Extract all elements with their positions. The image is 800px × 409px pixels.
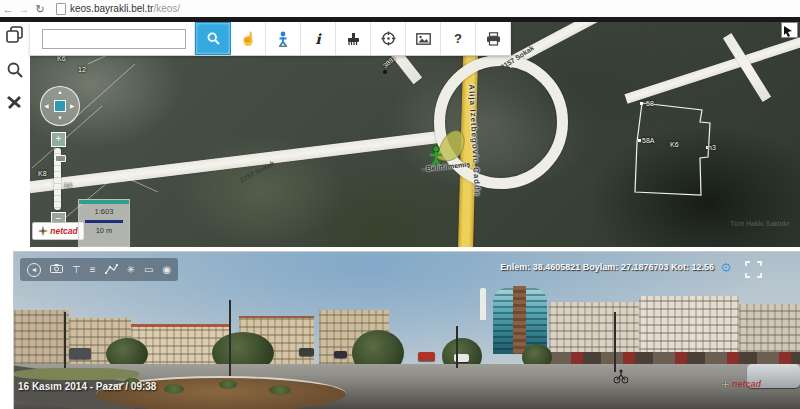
scale-bar [85, 220, 123, 223]
url-path: /keos/ [153, 3, 180, 14]
url-field[interactable]: keos.bayrakli.bel.tr/keos/ [56, 3, 180, 15]
building-outline-group [635, 102, 710, 195]
map-pan-control[interactable]: ▲ ▼ ◀ ▶ [40, 86, 80, 126]
building-label: 58 [646, 100, 654, 107]
pano-date-label: 16 Kasım 2014 - Pazar / 09:38 [18, 381, 156, 392]
pano-netcad-watermark: netcad [721, 379, 761, 389]
zoom-knob[interactable] [55, 155, 66, 162]
pano-coordinates: Enlem: 38.4605821 Boylam: 27.1876703 Kot… [14, 262, 714, 272]
point-marker [383, 70, 387, 74]
browser-address-bar: ← → ↻ keos.bayrakli.bel.tr/keos/ [0, 0, 800, 18]
search-icon [206, 31, 221, 46]
brush-icon [346, 32, 361, 46]
print-button[interactable] [476, 22, 511, 55]
map-watermark: Tüm Hakkı Saklıdır [730, 220, 790, 227]
page-icon [56, 3, 66, 15]
hand-icon: ☝ [240, 31, 256, 46]
map-toolbar: ☝ i ? [30, 22, 511, 56]
pan-left-icon[interactable]: ◀ [44, 102, 49, 109]
pan-up-icon[interactable]: ▲ [57, 89, 63, 95]
url-host: keos.bayrakli.bel.tr [70, 3, 153, 14]
building-label: 58A [642, 137, 654, 144]
gear-icon[interactable]: ⚙ [720, 260, 732, 275]
vehicle-red-car [418, 352, 435, 361]
pano-green-verge [14, 368, 139, 380]
printer-icon [486, 32, 501, 46]
scale-ratio: 1:603 [79, 207, 129, 216]
pano-minaret [480, 288, 486, 320]
left-sidebar [0, 22, 30, 247]
parcel-label: K6 [57, 55, 66, 62]
info-button[interactable]: i [301, 22, 336, 55]
hand-tool-button[interactable]: ☝ [231, 22, 266, 55]
building-outline [635, 103, 710, 195]
magnifier-icon[interactable] [5, 60, 25, 80]
image-icon [416, 33, 431, 45]
vehicle [69, 348, 91, 359]
pan-right-icon[interactable]: ▶ [70, 102, 75, 109]
image-export-button[interactable] [406, 22, 441, 55]
help-icon: ? [454, 31, 462, 46]
info-icon: i [315, 31, 320, 47]
center-locate-button[interactable] [371, 22, 406, 55]
pano-netcad-text: netcad [732, 379, 761, 389]
pegman-tool-button[interactable] [266, 22, 301, 55]
scale-header-bar [79, 200, 129, 204]
cyclist [612, 368, 630, 384]
netcad-compass-icon [721, 380, 730, 389]
vehicle [299, 348, 314, 356]
netcad-logo-text: netcad [50, 226, 77, 236]
zoom-track[interactable] [54, 148, 61, 210]
keos-gis-application: ← → ↻ keos.bayrakli.bel.tr/keos/ [0, 0, 800, 409]
locate-icon [381, 31, 396, 46]
building-label: K6 [670, 141, 679, 148]
brush-tool-button[interactable] [336, 22, 371, 55]
map-select-mode-button[interactable] [781, 22, 798, 38]
parcel-label: 12 [78, 66, 86, 73]
map-scale-box: 1:603 10 m [78, 199, 130, 247]
scale-distance: 10 m [79, 226, 129, 235]
map-zoom-slider[interactable]: + − [51, 132, 66, 227]
layers-icon[interactable] [5, 25, 25, 45]
netcad-compass-icon [38, 226, 48, 236]
pegman-icon [277, 31, 289, 47]
browser-back-icon[interactable]: ← [0, 1, 16, 17]
parcel-label: K8 [38, 170, 47, 177]
building-label: h3 [708, 144, 716, 151]
netcad-logo[interactable]: netcad [32, 222, 84, 240]
zoom-in-button[interactable]: + [51, 132, 66, 147]
streetview-panorama[interactable]: ◄ ⊤ ≡ ✳ ▭ ◉ Enlem: 38.4605821 Boylam: 27… [13, 251, 800, 409]
vehicle [334, 351, 347, 358]
help-button[interactable]: ? [441, 22, 476, 55]
browser-forward-icon[interactable]: → [16, 1, 32, 17]
search-input[interactable] [42, 29, 186, 49]
pan-down-icon[interactable]: ▼ [57, 115, 63, 121]
pan-center-button[interactable] [54, 100, 66, 112]
browser-reload-icon[interactable]: ↻ [32, 1, 48, 17]
fullscreen-icon[interactable] [745, 261, 762, 278]
pegman-view-cone [437, 131, 464, 161]
tools-icon[interactable] [5, 92, 25, 112]
search-button[interactable] [195, 22, 231, 55]
